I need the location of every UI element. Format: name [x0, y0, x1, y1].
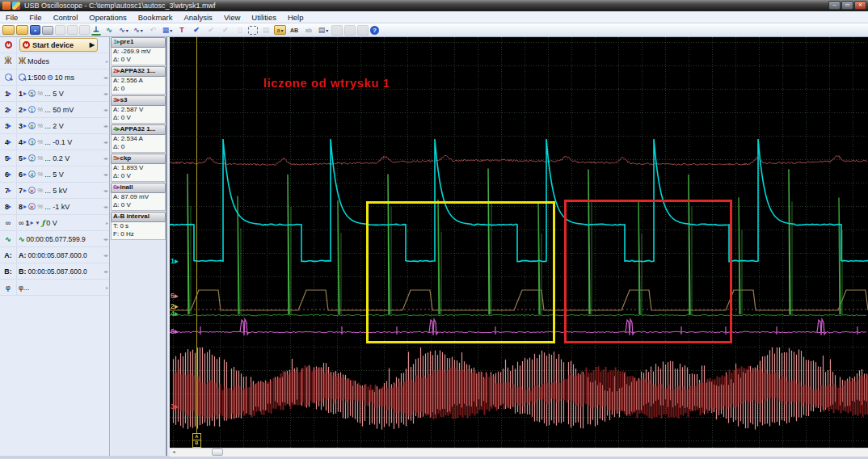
scope-display[interactable]: liczone od wtrysku 1 AB ◂	[170, 37, 868, 456]
menu-item-file[interactable]: File	[0, 13, 23, 22]
start-device-button[interactable]: Start device▶	[19, 38, 98, 52]
channel-4-row-spinner[interactable]: ◂▸	[99, 139, 109, 145]
cursor-b-row-value[interactable]: 00:00:05.087.600.0	[28, 267, 87, 276]
main-area: Start device▶ӜӜModes▸1:500 ʘ10 ms◂▸1▸1▸5…	[0, 37, 868, 456]
dropdown-arrow-icon[interactable]: ▾	[141, 27, 143, 33]
channel-range-value[interactable]: ... 5 kV	[44, 187, 67, 195]
divider-icon: %	[37, 90, 43, 97]
menu-item-bookmark[interactable]: Bookmark	[133, 13, 179, 22]
probe-select-icon[interactable]: 5	[28, 90, 36, 97]
channel-info-5: 5▸ckpA: 1.893 VΔ: 0 V	[111, 154, 166, 182]
horizontal-scrollbar[interactable]: ◂	[170, 448, 868, 457]
pin-marker-icon[interactable]: T	[175, 25, 188, 36]
modes-row-spinner[interactable]: ▸	[99, 58, 109, 64]
probe-select-icon[interactable]: 3	[28, 138, 36, 145]
menu-item-utilities[interactable]: Utilities	[246, 13, 282, 22]
probe-icon[interactable]: ∿	[103, 25, 116, 36]
record-time-value[interactable]: 00:00:05.077.599.9	[27, 235, 86, 243]
app-icon	[2, 2, 11, 10]
channel-1-row-spinner[interactable]: ◂▸	[99, 91, 109, 96]
dropdown-arrow-icon[interactable]: ▾	[170, 27, 172, 33]
open-recent-icon[interactable]	[16, 25, 28, 35]
select-region-icon[interactable]	[248, 26, 258, 35]
waveform-compare-icon[interactable]: ∿▾	[132, 25, 145, 36]
channel-info-header[interactable]: 3▸s3	[111, 95, 166, 106]
text-label-icon[interactable]: AB	[288, 25, 301, 36]
channel-info-header[interactable]: 4▸APPA32 1...	[111, 124, 166, 135]
channel-6-row-spinner[interactable]: ◂▸	[99, 171, 109, 177]
channel-info-header[interactable]: 6▸inall	[111, 183, 166, 193]
dropdown-arrow-icon[interactable]: ▾	[326, 27, 328, 33]
trigger-row-spinner[interactable]: ▸	[99, 220, 109, 225]
phase-row: φφ...▸	[0, 280, 109, 296]
accept-icon[interactable]: ✔	[190, 25, 203, 36]
waveform-mode-icon[interactable]: ∿▾	[117, 25, 130, 36]
channel-info-header[interactable]: 2▸APPA32 1...	[111, 66, 166, 77]
channel-range-value[interactable]: ... 0.2 V	[44, 154, 70, 162]
trigger-level-value[interactable]: 0 V	[46, 219, 57, 227]
zoom-value[interactable]: 1:500	[27, 74, 46, 82]
menu-item-file-2[interactable]: File	[23, 13, 47, 22]
probe-select-icon[interactable]: 2	[28, 154, 36, 162]
channel-arrow-icon: ▸	[8, 106, 11, 113]
channel-8-row-spinner[interactable]: ◂▸	[99, 204, 109, 209]
minimize-button[interactable]: ─	[828, 1, 841, 10]
channel-range-value[interactable]: ... 50 mV	[44, 106, 74, 114]
channel-3-row-spinner[interactable]: ◂▸	[99, 123, 109, 128]
modes-row-content: ӜModes	[17, 57, 99, 65]
channel-2-row-spinner[interactable]: ◂▸	[99, 107, 109, 112]
probe-select-icon[interactable]: 1	[28, 106, 36, 113]
cursor-a-row-value[interactable]: 00:00:05.087.600.0	[28, 251, 87, 259]
scroll-left-arrow[interactable]: ◂	[170, 448, 178, 456]
cursor-b-row-label: B:	[19, 267, 27, 276]
load-preset-icon[interactable]: a▾	[274, 25, 286, 35]
cursor-b-label[interactable]: B	[192, 440, 201, 448]
yellow-marker-rect	[366, 201, 555, 343]
save-icon[interactable]: ▪	[30, 25, 40, 35]
menu-item-help[interactable]: Help	[282, 13, 310, 22]
menu-item-analysis[interactable]: Analysis	[179, 13, 218, 22]
probe-select-icon[interactable]: 6	[28, 122, 36, 129]
scroll-thumb[interactable]	[212, 448, 223, 456]
channel-range-value[interactable]: ... 2 V	[44, 122, 64, 130]
probe-select-icon[interactable]: 4	[28, 171, 36, 178]
help-icon[interactable]: ?	[370, 26, 379, 35]
sweep-time-value[interactable]: 10 ms	[55, 74, 75, 82]
probe-select-icon[interactable]: ✕	[28, 203, 36, 210]
channel-5-row-mini-icon: 5▸	[0, 150, 17, 166]
single-pulse-icon[interactable]: ⊥	[91, 25, 101, 36]
text-label-gray-icon: ab	[302, 25, 315, 36]
view-grid-icon[interactable]: ▦▾	[161, 25, 174, 36]
annotation-text: liczone od wtrysku 1	[263, 76, 390, 90]
channel-range-value[interactable]: ... -1 kV	[44, 203, 70, 211]
channel-5-row-spinner[interactable]: ◂▸	[99, 155, 109, 161]
restore-button[interactable]: ▭	[841, 1, 853, 10]
channel-info-header[interactable]: A-B interval	[111, 212, 166, 222]
channel-7-row-spinner[interactable]: ◂▸	[99, 187, 109, 193]
channel-arrow-icon: ▸	[23, 203, 27, 210]
channel-measurement: T: 0 s	[113, 222, 165, 230]
channel-info-header[interactable]: 1▸pre1	[111, 37, 166, 48]
cursor-b-row-spinner[interactable]: ◂▸	[99, 268, 109, 274]
app-icon-secondary	[12, 2, 20, 10]
divider-icon: %	[37, 171, 43, 178]
menu-item-operations[interactable]: Operations	[83, 13, 132, 22]
phase-row-spinner[interactable]: ▸	[99, 284, 109, 290]
open-file-icon[interactable]	[2, 25, 15, 35]
menu-item-view[interactable]: View	[218, 13, 246, 22]
channel-range-value[interactable]: ... 5 V	[44, 90, 64, 98]
print-icon[interactable]	[42, 26, 53, 35]
channel-info-header[interactable]: 5▸ckp	[111, 154, 166, 164]
cursor-a-row-spinner[interactable]: ◂▸	[99, 252, 109, 258]
channel-range-value[interactable]: ... -0.1 V	[44, 138, 72, 146]
dropdown-arrow-icon[interactable]: ▾	[280, 27, 283, 33]
measure-panel-icon[interactable]: ▤▾	[317, 25, 330, 36]
dropdown-arrow-icon[interactable]: ▾	[126, 27, 129, 33]
record-time-row-spinner[interactable]: ◂▸	[99, 236, 109, 242]
close-button[interactable]: ✕	[854, 1, 866, 10]
channel-range-value[interactable]: ... 5 V	[44, 171, 64, 179]
probe-select-icon[interactable]: ✕	[28, 187, 36, 194]
zoom-time-row-spinner[interactable]: ◂▸	[99, 74, 109, 80]
channel-arrow-icon: ▸	[8, 154, 11, 162]
menu-item-control[interactable]: Control	[48, 13, 84, 22]
